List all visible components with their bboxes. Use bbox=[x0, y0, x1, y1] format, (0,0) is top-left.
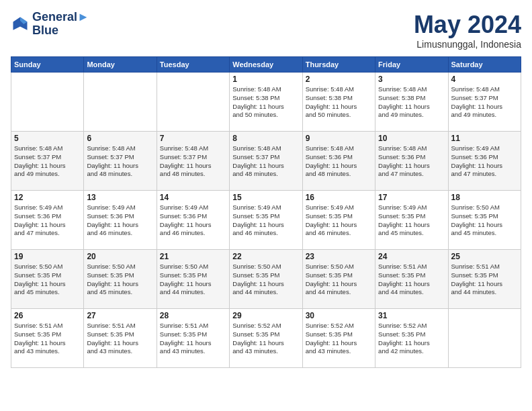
calendar-cell: 29Sunrise: 5:52 AM Sunset: 5:35 PM Dayli… bbox=[230, 309, 302, 368]
day-number: 27 bbox=[87, 311, 153, 320]
day-info: Sunrise: 5:48 AM Sunset: 5:36 PM Dayligh… bbox=[378, 144, 445, 179]
calendar-cell: 19Sunrise: 5:50 AM Sunset: 5:35 PM Dayli… bbox=[11, 250, 84, 309]
weekday-header: Sunday bbox=[11, 57, 84, 73]
calendar-cell: 18Sunrise: 5:50 AM Sunset: 5:35 PM Dayli… bbox=[448, 191, 521, 250]
calendar-cell bbox=[157, 73, 229, 132]
day-number: 25 bbox=[451, 252, 518, 261]
day-info: Sunrise: 5:48 AM Sunset: 5:37 PM Dayligh… bbox=[160, 144, 226, 179]
weekday-header: Saturday bbox=[448, 57, 521, 73]
weekday-header: Friday bbox=[375, 57, 448, 73]
calendar-cell: 4Sunrise: 5:48 AM Sunset: 5:37 PM Daylig… bbox=[448, 73, 521, 132]
day-number: 31 bbox=[378, 311, 445, 320]
day-info: Sunrise: 5:50 AM Sunset: 5:35 PM Dayligh… bbox=[14, 263, 81, 297]
logo-icon bbox=[11, 15, 30, 34]
calendar-week-row: 19Sunrise: 5:50 AM Sunset: 5:35 PM Dayli… bbox=[11, 250, 521, 309]
calendar-cell: 5Sunrise: 5:48 AM Sunset: 5:37 PM Daylig… bbox=[11, 132, 84, 191]
day-info: Sunrise: 5:48 AM Sunset: 5:37 PM Dayligh… bbox=[14, 144, 81, 179]
day-number: 29 bbox=[232, 311, 299, 320]
location: Limusnunggal, Indonesia bbox=[414, 39, 521, 50]
day-number: 8 bbox=[232, 134, 299, 143]
day-info: Sunrise: 5:48 AM Sunset: 5:38 PM Dayligh… bbox=[232, 85, 299, 120]
calendar-cell: 11Sunrise: 5:49 AM Sunset: 5:36 PM Dayli… bbox=[448, 132, 521, 191]
day-number: 12 bbox=[14, 193, 81, 202]
day-info: Sunrise: 5:51 AM Sunset: 5:35 PM Dayligh… bbox=[378, 263, 445, 297]
day-number: 6 bbox=[87, 134, 153, 143]
calendar-cell: 20Sunrise: 5:50 AM Sunset: 5:35 PM Dayli… bbox=[84, 250, 157, 309]
day-info: Sunrise: 5:49 AM Sunset: 5:36 PM Dayligh… bbox=[451, 144, 518, 179]
day-info: Sunrise: 5:49 AM Sunset: 5:36 PM Dayligh… bbox=[87, 203, 153, 238]
page-header: General► Blue May 2024 Limusnunggal, Ind… bbox=[11, 11, 521, 50]
calendar-cell: 22Sunrise: 5:50 AM Sunset: 5:35 PM Dayli… bbox=[230, 250, 302, 309]
day-number: 11 bbox=[451, 134, 518, 143]
day-number: 24 bbox=[378, 252, 445, 261]
day-info: Sunrise: 5:48 AM Sunset: 5:36 PM Dayligh… bbox=[306, 144, 372, 179]
day-number: 15 bbox=[232, 193, 299, 202]
day-info: Sunrise: 5:52 AM Sunset: 5:35 PM Dayligh… bbox=[306, 322, 372, 356]
day-info: Sunrise: 5:50 AM Sunset: 5:35 PM Dayligh… bbox=[160, 263, 226, 297]
day-info: Sunrise: 5:51 AM Sunset: 5:35 PM Dayligh… bbox=[87, 322, 153, 356]
calendar-cell: 2Sunrise: 5:48 AM Sunset: 5:38 PM Daylig… bbox=[302, 73, 375, 132]
day-number: 30 bbox=[306, 311, 372, 320]
calendar-cell: 25Sunrise: 5:51 AM Sunset: 5:35 PM Dayli… bbox=[448, 250, 521, 309]
calendar-cell: 21Sunrise: 5:50 AM Sunset: 5:35 PM Dayli… bbox=[157, 250, 229, 309]
day-number: 23 bbox=[306, 252, 372, 261]
logo-text: General► Blue bbox=[32, 11, 89, 38]
day-info: Sunrise: 5:51 AM Sunset: 5:35 PM Dayligh… bbox=[451, 263, 518, 297]
day-info: Sunrise: 5:52 AM Sunset: 5:35 PM Dayligh… bbox=[378, 322, 445, 356]
title-block: May 2024 Limusnunggal, Indonesia bbox=[414, 11, 521, 50]
calendar-cell: 9Sunrise: 5:48 AM Sunset: 5:36 PM Daylig… bbox=[302, 132, 375, 191]
calendar-cell bbox=[11, 73, 84, 132]
day-info: Sunrise: 5:48 AM Sunset: 5:37 PM Dayligh… bbox=[451, 85, 518, 120]
calendar-cell: 31Sunrise: 5:52 AM Sunset: 5:35 PM Dayli… bbox=[375, 309, 448, 368]
day-number: 14 bbox=[160, 193, 226, 202]
calendar-week-row: 26Sunrise: 5:51 AM Sunset: 5:35 PM Dayli… bbox=[11, 309, 521, 368]
day-number: 19 bbox=[14, 252, 81, 261]
day-number: 28 bbox=[160, 311, 226, 320]
calendar-cell bbox=[448, 309, 521, 368]
day-info: Sunrise: 5:49 AM Sunset: 5:36 PM Dayligh… bbox=[14, 203, 81, 238]
day-number: 10 bbox=[378, 134, 445, 143]
calendar-cell: 3Sunrise: 5:48 AM Sunset: 5:38 PM Daylig… bbox=[375, 73, 448, 132]
calendar-week-row: 5Sunrise: 5:48 AM Sunset: 5:37 PM Daylig… bbox=[11, 132, 521, 191]
calendar-cell: 1Sunrise: 5:48 AM Sunset: 5:38 PM Daylig… bbox=[230, 73, 302, 132]
calendar-cell bbox=[84, 73, 157, 132]
calendar-cell: 28Sunrise: 5:51 AM Sunset: 5:35 PM Dayli… bbox=[157, 309, 229, 368]
weekday-header: Monday bbox=[84, 57, 157, 73]
day-number: 1 bbox=[232, 75, 299, 84]
day-number: 20 bbox=[87, 252, 153, 261]
day-number: 7 bbox=[160, 134, 226, 143]
day-number: 22 bbox=[232, 252, 299, 261]
calendar-cell: 27Sunrise: 5:51 AM Sunset: 5:35 PM Dayli… bbox=[84, 309, 157, 368]
calendar-cell: 6Sunrise: 5:48 AM Sunset: 5:37 PM Daylig… bbox=[84, 132, 157, 191]
calendar-cell: 7Sunrise: 5:48 AM Sunset: 5:37 PM Daylig… bbox=[157, 132, 229, 191]
day-number: 17 bbox=[378, 193, 445, 202]
day-info: Sunrise: 5:50 AM Sunset: 5:35 PM Dayligh… bbox=[306, 263, 372, 297]
day-number: 3 bbox=[378, 75, 445, 84]
month-title: May 2024 bbox=[414, 11, 521, 39]
day-info: Sunrise: 5:48 AM Sunset: 5:38 PM Dayligh… bbox=[378, 85, 445, 120]
calendar-cell: 12Sunrise: 5:49 AM Sunset: 5:36 PM Dayli… bbox=[11, 191, 84, 250]
day-info: Sunrise: 5:50 AM Sunset: 5:35 PM Dayligh… bbox=[87, 263, 153, 297]
calendar-cell: 23Sunrise: 5:50 AM Sunset: 5:35 PM Dayli… bbox=[302, 250, 375, 309]
day-info: Sunrise: 5:51 AM Sunset: 5:35 PM Dayligh… bbox=[160, 322, 226, 356]
day-info: Sunrise: 5:50 AM Sunset: 5:35 PM Dayligh… bbox=[451, 203, 518, 238]
calendar-cell: 10Sunrise: 5:48 AM Sunset: 5:36 PM Dayli… bbox=[375, 132, 448, 191]
calendar-cell: 13Sunrise: 5:49 AM Sunset: 5:36 PM Dayli… bbox=[84, 191, 157, 250]
day-number: 9 bbox=[306, 134, 372, 143]
day-number: 18 bbox=[451, 193, 518, 202]
calendar-header-row: SundayMondayTuesdayWednesdayThursdayFrid… bbox=[11, 57, 521, 73]
day-info: Sunrise: 5:49 AM Sunset: 5:36 PM Dayligh… bbox=[160, 203, 226, 238]
day-info: Sunrise: 5:51 AM Sunset: 5:35 PM Dayligh… bbox=[14, 322, 81, 356]
weekday-header: Wednesday bbox=[230, 57, 302, 73]
day-number: 4 bbox=[451, 75, 518, 84]
day-info: Sunrise: 5:48 AM Sunset: 5:37 PM Dayligh… bbox=[87, 144, 153, 179]
day-info: Sunrise: 5:48 AM Sunset: 5:38 PM Dayligh… bbox=[306, 85, 372, 120]
calendar-cell: 17Sunrise: 5:49 AM Sunset: 5:35 PM Dayli… bbox=[375, 191, 448, 250]
day-number: 26 bbox=[14, 311, 81, 320]
calendar-cell: 15Sunrise: 5:49 AM Sunset: 5:35 PM Dayli… bbox=[230, 191, 302, 250]
day-info: Sunrise: 5:52 AM Sunset: 5:35 PM Dayligh… bbox=[232, 322, 299, 356]
day-info: Sunrise: 5:49 AM Sunset: 5:35 PM Dayligh… bbox=[306, 203, 372, 238]
weekday-header: Tuesday bbox=[157, 57, 229, 73]
day-number: 21 bbox=[160, 252, 226, 261]
calendar-table: SundayMondayTuesdayWednesdayThursdayFrid… bbox=[11, 56, 521, 368]
